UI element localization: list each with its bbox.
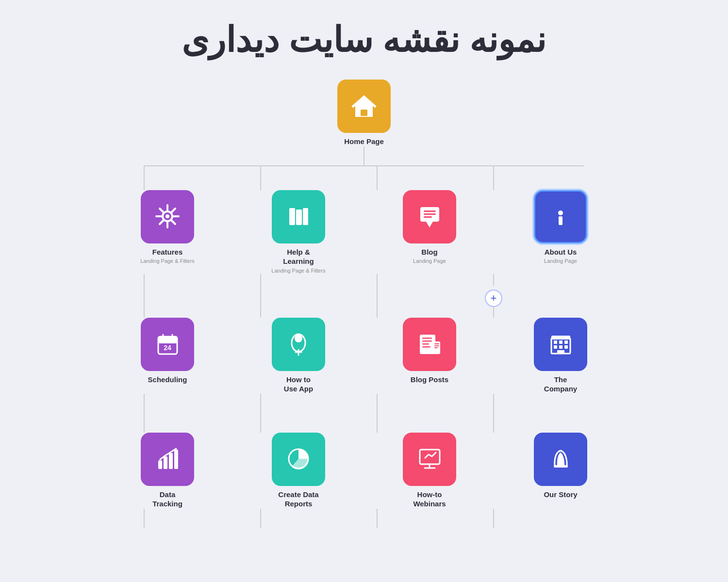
- svg-marker-24: [426, 222, 433, 227]
- svg-rect-67: [164, 456, 167, 469]
- svg-rect-21: [296, 210, 302, 225]
- branch-blogposts: Blog Posts: [396, 318, 463, 394]
- node-features[interactable]: [141, 190, 194, 243]
- svg-line-18: [172, 209, 175, 212]
- svg-rect-46: [422, 340, 432, 342]
- level3-bottom-connectors: [24, 509, 704, 528]
- branch-reports: Create DataReports: [265, 433, 332, 509]
- svg-point-11: [165, 214, 169, 218]
- label-help: Help &Learning: [283, 247, 314, 266]
- node-blogposts[interactable]: [403, 318, 456, 371]
- svg-rect-47: [422, 343, 429, 345]
- level1-connectors-svg: [24, 274, 704, 318]
- label-ourstory: Our Story: [544, 490, 577, 500]
- node-ourstory[interactable]: [534, 433, 587, 486]
- sublabel-blog: Landing Page: [413, 258, 446, 264]
- svg-text:24: 24: [164, 344, 171, 352]
- label-reports: Create DataReports: [278, 490, 318, 509]
- label-features: Features: [152, 247, 183, 257]
- node-company[interactable]: [534, 318, 587, 371]
- root-node[interactable]: [337, 80, 391, 133]
- root-connectors-svg: [24, 146, 704, 190]
- svg-rect-29: [559, 216, 563, 225]
- svg-rect-61: [551, 336, 570, 340]
- svg-rect-56: [564, 340, 568, 344]
- page-title: نمونه نقشه سایت دیداری: [0, 0, 728, 75]
- svg-rect-50: [434, 343, 439, 344]
- level2-row: 24 Scheduling How to: [24, 318, 704, 394]
- svg-rect-3: [361, 110, 367, 116]
- branch-about: About Us Landing Page: [527, 190, 595, 274]
- branch-help: Help &Learning Landing Page & Filters: [265, 190, 332, 274]
- page-container: نمونه نقشه سایت دیداری: [0, 0, 728, 548]
- svg-rect-26: [424, 213, 436, 215]
- node-blog[interactable]: [403, 190, 456, 243]
- svg-point-41: [295, 335, 302, 342]
- label-datatracking: DataTracking: [152, 490, 182, 509]
- sublabel-about: Landing Page: [544, 258, 577, 264]
- level2-connectors-svg: [24, 394, 704, 433]
- branch-howtouse: How toUse App: [265, 318, 332, 394]
- svg-rect-22: [303, 208, 308, 225]
- svg-rect-55: [559, 340, 563, 344]
- svg-rect-27: [424, 216, 432, 218]
- plus-button-wrapper: +: [485, 286, 502, 311]
- svg-rect-45: [422, 338, 432, 339]
- svg-rect-57: [554, 345, 557, 349]
- label-about: About Us: [545, 247, 577, 257]
- level1-row: Features Landing Page & Filters Help &Le…: [24, 190, 704, 274]
- level3-row: DataTracking Create DataReports: [24, 433, 704, 509]
- root-node-wrapper: Home Page: [337, 80, 391, 146]
- sublabel-features: Landing Page & Filters: [140, 258, 194, 264]
- svg-rect-60: [557, 350, 564, 354]
- svg-rect-20: [289, 208, 295, 225]
- node-datatracking[interactable]: [141, 433, 194, 486]
- svg-line-17: [172, 221, 175, 224]
- full-tree: Home Page: [24, 75, 704, 528]
- label-scheduling: Scheduling: [148, 375, 187, 385]
- node-help[interactable]: [272, 190, 325, 243]
- branch-blog: Blog Landing Page: [396, 190, 463, 274]
- branch-scheduling: 24 Scheduling: [133, 318, 201, 394]
- node-webinars[interactable]: [403, 433, 456, 486]
- label-howtouse: How toUse App: [284, 375, 313, 394]
- branch-ourstory: Our Story: [527, 433, 595, 509]
- sublabel-help: Landing Page & Filters: [271, 267, 325, 274]
- svg-point-28: [558, 210, 563, 215]
- svg-rect-51: [434, 345, 439, 346]
- svg-rect-58: [559, 345, 563, 349]
- node-about[interactable]: [534, 190, 587, 243]
- node-scheduling[interactable]: 24: [141, 318, 194, 371]
- svg-rect-25: [424, 210, 436, 212]
- sitemap-container: Home Page: [0, 75, 728, 548]
- label-blogposts: Blog Posts: [411, 375, 448, 385]
- label-webinars: How-toWebinars: [413, 490, 446, 509]
- svg-line-19: [160, 221, 163, 224]
- node-reports[interactable]: [272, 433, 325, 486]
- node-howtouse[interactable]: [272, 318, 325, 371]
- svg-rect-66: [158, 460, 162, 469]
- svg-rect-54: [554, 340, 557, 344]
- svg-rect-59: [564, 345, 568, 349]
- plus-button[interactable]: +: [485, 290, 502, 307]
- svg-line-16: [160, 209, 163, 212]
- branch-webinars: How-toWebinars: [396, 433, 463, 509]
- root-row: Home Page: [24, 75, 704, 146]
- branch-datatracking: DataTracking: [133, 433, 201, 509]
- branch-features: Features Landing Page & Filters: [133, 190, 201, 274]
- label-company: TheCompany: [544, 375, 577, 394]
- svg-rect-71: [420, 450, 440, 464]
- svg-rect-52: [434, 347, 438, 348]
- svg-rect-69: [174, 450, 178, 469]
- label-blog: Blog: [421, 247, 437, 257]
- svg-rect-36: [158, 337, 177, 343]
- svg-rect-74: [554, 465, 568, 468]
- root-label: Home Page: [344, 137, 384, 146]
- svg-rect-48: [422, 346, 430, 348]
- svg-rect-68: [169, 453, 173, 469]
- branch-company: TheCompany: [527, 318, 595, 394]
